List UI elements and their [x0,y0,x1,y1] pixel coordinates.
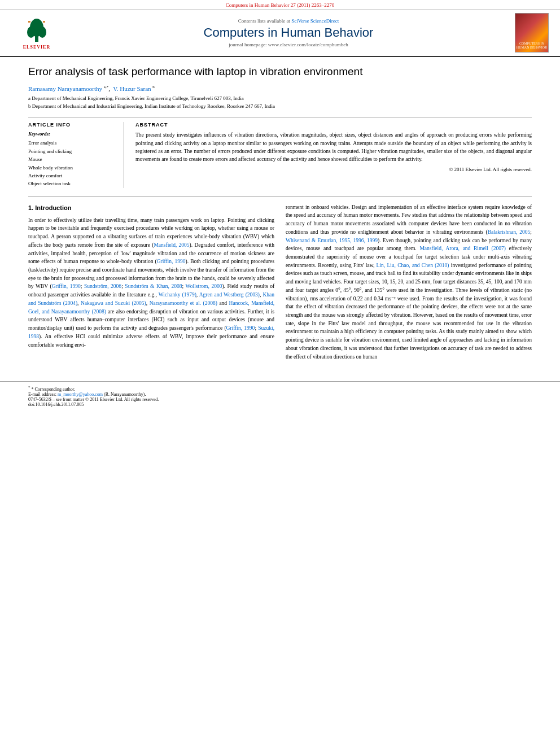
two-column-body: 1. Introduction In order to effectively … [28,203,532,365]
journal-cover-area: COMPUTERS IN HUMAN BEHAVIOR [509,13,554,53]
keyword-6: Object selection task [28,180,117,187]
sciverse-line: Contents lists available at SciVerse Sci… [68,18,509,24]
ref-mansfield-arora[interactable]: Mansfield, Arora, and Rimell (2007) [419,246,505,251]
ref-wichanky[interactable]: Wichanky (1979) [159,292,196,298]
body-column-left: 1. Introduction In order to effectively … [28,203,274,365]
journal-title: Computers in Human Behavior [68,25,509,40]
sciverse-link[interactable]: SciVerse ScienceDirect [291,18,339,24]
ref-narayanamoorthy[interactable]: Narayanamoorthy et al. (2008) [150,300,217,306]
journal-header: ELSEVIER Contents lists available at Sci… [0,10,560,57]
body-column-right: ronment in onboard vehicles. Design and … [286,203,532,365]
journal-citation-bar: Computers in Human Behavior 27 (2011) 22… [0,0,560,10]
section-1-heading: 1. Introduction [28,203,274,213]
publisher-logo-area: ELSEVIER [6,16,68,50]
ref-griffin-1990c[interactable]: Griffin, 1990 [226,325,255,331]
page-footer: * * Corresponding author. E-mail address… [0,381,560,410]
svg-point-2 [27,27,35,38]
ref-whisenand[interactable]: Whisenand & Emurlan, 1995, 1996, 1999 [286,238,378,243]
ref-wollstrom[interactable]: Wollstrom, 2000 [186,283,222,289]
svg-point-3 [38,27,46,38]
abstract-column: ABSTRACT The present study investigates … [135,122,532,187]
main-content: Error analysis of task performance with … [0,57,560,375]
copyright-notice: © 2011 Elsevier Ltd. All rights reserved… [135,167,532,172]
keyword-5: Activity comfort [28,172,117,180]
ref-lin-liu-chao[interactable]: Lin, Liu, Chao, and Chen (2010) [377,263,449,268]
article-info-column: ARTICLE INFO Keywords: Error analysis Po… [28,122,124,187]
svg-rect-5 [43,21,45,23]
ref-griffin-1990[interactable]: Griffin, 1990 [157,259,186,264]
keyword-4: Whole body vibration [28,164,117,172]
keywords-list: Error analysis Pointing and clicking Mou… [28,139,117,187]
authors-line: Ramasamy Narayanamoorthy a,*, V. Huzur S… [28,85,532,92]
ref-griffin-1990b[interactable]: Griffin, 1990 [52,283,81,289]
article-title: Error analysis of task performance with … [28,65,532,79]
ref-sundstrom-khan[interactable]: Sundström & Khan, 2008 [125,283,182,289]
footnote-star-line: * * Corresponding author. [28,385,532,392]
affiliations: a Department of Mechanical Engineering, … [28,95,532,110]
body-section: 1. Introduction In order to effectively … [28,196,532,365]
elsevier-tree-icon [23,16,51,45]
svg-rect-4 [28,21,30,23]
keyword-1: Error analysis [28,139,117,147]
article-info-label: ARTICLE INFO [28,122,117,128]
affiliation-a: a Department of Mechanical Engineering, … [28,95,532,103]
keyword-2: Pointing and clicking [28,147,117,155]
email-label: E-mail address: [28,392,56,397]
email-line: E-mail address: m_moorthy@yahoo.com (R. … [28,392,532,397]
svg-rect-0 [35,36,38,42]
keywords-label: Keywords: [28,131,117,137]
journal-header-center: Contents lists available at SciVerse Sci… [68,18,509,47]
author-saran[interactable]: V. Huzur Saran [113,85,151,91]
journal-cover-thumbnail: COMPUTERS IN HUMAN BEHAVIOR [515,13,549,53]
email-address[interactable]: m_moorthy@yahoo.com [58,392,104,397]
journal-homepage: journal homepage: www.elsevier.com/locat… [68,42,509,47]
corresponding-author-note: * Corresponding author. [32,387,76,392]
intro-paragraph-1: In order to effectively utilize their tr… [28,216,274,350]
elsevier-brand-text: ELSEVIER [23,45,50,50]
author-narayanamoorthy[interactable]: Ramasamy Narayanamoorthy [28,85,102,91]
keyword-3: Mouse [28,155,117,163]
doi-line: doi:10.1016/j.chb.2011.07.005 [28,402,532,407]
issn-line: 0747-5632/$ – see front matter © 2011 El… [28,397,532,402]
ref-sundstrom-2006[interactable]: Sundström, 2006 [84,283,121,289]
journal-citation-text: Computers in Human Behavior 27 (2011) 22… [226,2,335,8]
journal-cover-text: COMPUTERS IN HUMAN BEHAVIOR [515,42,548,50]
email-author-name: (R. Narayanamoorthy). [104,392,146,397]
article-info-abstract-section: ARTICLE INFO Keywords: Error analysis Po… [28,117,532,187]
intro-paragraph-2: ronment in onboard vehicles. Design and … [286,203,532,361]
ref-agren[interactable]: Agren and Westberg (2003) [199,292,260,298]
ref-mansfield-2005[interactable]: Mansfield, 2005 [154,242,189,248]
affiliation-b: b Department of Mechanical and Industria… [28,103,532,111]
abstract-label: ABSTRACT [135,122,532,128]
abstract-text: The present study investigates influence… [135,131,532,163]
ref-nakagawa[interactable]: Nakagawa and Suzuki (2005) [81,300,146,306]
ref-balakrishnan[interactable]: Balakrishnan, 2005 [488,229,531,235]
